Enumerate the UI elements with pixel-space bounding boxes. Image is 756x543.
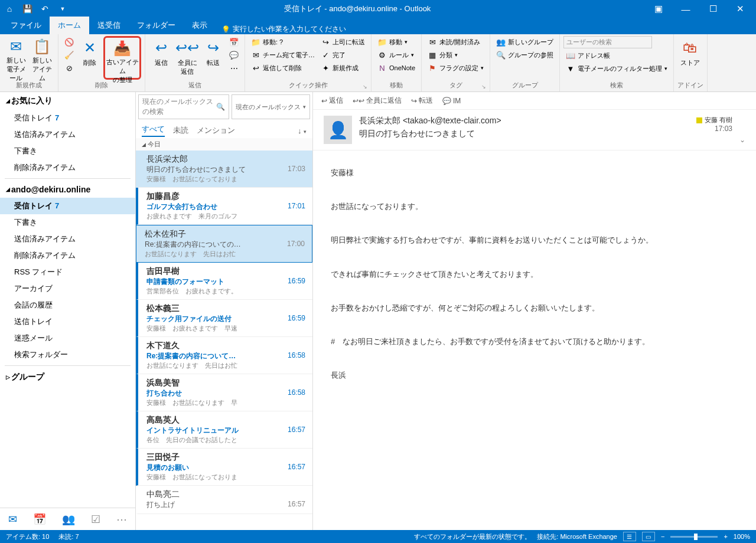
search-scope-dropdown[interactable]: 現在のメールボックス▾ [232, 94, 310, 119]
zoom-out-button[interactable]: − [661, 533, 664, 540]
group-today[interactable]: ◢ 今日 [136, 138, 312, 151]
search-input[interactable]: 現在のメールボックス の検索🔍 [138, 94, 229, 119]
groups-header[interactable]: ▷グループ [0, 368, 135, 386]
action-forward[interactable]: ↪転送 [411, 96, 433, 106]
browse-groups-button[interactable]: 🔍グループの参照 [494, 49, 556, 61]
reply-button[interactable]: ↩返信 [149, 36, 174, 80]
more-icon[interactable]: ⋯ [116, 513, 127, 526]
sort-button[interactable]: ↓ ▾ [298, 126, 307, 135]
tasks-icon[interactable]: ☑ [91, 513, 100, 526]
new-group-button[interactable]: 👥新しいグループ [494, 36, 556, 48]
message-item[interactable]: 松本義三チェック用ファイルの送付安藤様 お疲れさまです 早速16:59 [136, 300, 312, 337]
folder-icon: 📁 [251, 37, 260, 47]
more-reply-button[interactable]: ⋯ [227, 62, 241, 74]
category-button[interactable]: ▦分類▾ [425, 49, 486, 61]
action-im[interactable]: 💬IM [442, 96, 461, 106]
nav-item[interactable]: 送信済みアイテム [0, 231, 135, 247]
delete-button[interactable]: ✕削除 [77, 36, 102, 80]
nav-item[interactable]: 受信トレイ7 [0, 110, 135, 126]
nav-item[interactable]: 削除済みアイテム [0, 247, 135, 264]
quick-team-button[interactable]: ✉チーム宛て電子… [249, 49, 317, 61]
view-normal-icon[interactable]: ☰ [623, 532, 636, 541]
action-reply[interactable]: ↩返信 [321, 96, 343, 106]
zoom-in-button[interactable]: + [724, 533, 727, 540]
tab-send-receive[interactable]: 送受信 [89, 17, 129, 34]
rules-button[interactable]: ⚙ルール▾ [375, 49, 418, 61]
nav-item[interactable]: 送信済みアイテム [0, 126, 135, 143]
new-email-button[interactable]: ✉新しい 電子メール [4, 36, 28, 80]
tab-folder[interactable]: フォルダー [129, 17, 184, 34]
close-button[interactable]: ✕ [726, 0, 754, 18]
favorites-header[interactable]: ◢お気に入り [0, 92, 135, 110]
action-reply-all[interactable]: ↩↩全員に返信 [353, 96, 402, 106]
nav-item[interactable]: 下書き [0, 143, 135, 159]
qat-undo-icon[interactable]: ↶ [38, 2, 52, 16]
tab-file[interactable]: ファイル [2, 17, 50, 34]
tab-home[interactable]: ホーム [50, 17, 89, 34]
people-icon[interactable]: 👥 [62, 513, 75, 526]
expand-header-icon[interactable]: ⌄ [739, 136, 745, 144]
meeting-button[interactable]: 📅 [227, 36, 241, 48]
nav-item[interactable]: RSS フィード [0, 264, 135, 280]
zoom-slider[interactable] [670, 536, 718, 538]
expand-icon[interactable]: ↘ [481, 84, 486, 90]
onenote-button[interactable]: NOneNote [375, 62, 418, 74]
junk-button[interactable]: ⊘ [62, 62, 76, 74]
message-item[interactable]: 木下道久Re:提案書の内容について…お世話になります 先日はお忙16:58 [136, 337, 312, 374]
reply-all-button[interactable]: ↩↩全員に 返信 [175, 36, 200, 80]
quick-boss-button[interactable]: ↪上司に転送 [318, 36, 367, 48]
cleanup-button[interactable]: 🧹 [62, 49, 76, 61]
filter-mention[interactable]: メンション [197, 125, 235, 136]
forward-button[interactable]: ↪転送 [201, 36, 226, 80]
message-item[interactable]: 高島英人イントラサイトリニューアル各位 先日の会議でお話したと16:57 [136, 411, 312, 449]
nav-item[interactable]: アーカイブ [0, 280, 135, 297]
nav-item[interactable]: 検索フォルダー [0, 346, 135, 363]
nav-item[interactable]: 受信トレイ7 [0, 198, 135, 214]
tab-view[interactable]: 表示 [184, 17, 216, 34]
quick-reply-delete-button[interactable]: ↩返信して削除 [249, 62, 317, 74]
message-item[interactable]: 長浜栄太郎明日の打ち合わせにつきまして安藤様 お世話になっておりま17:03 [136, 151, 312, 188]
expand-icon[interactable]: ↘ [363, 84, 367, 90]
unread-button[interactable]: ✉未読/開封済み [425, 36, 486, 48]
mail-icon[interactable]: ✉ [8, 513, 17, 526]
app-icon[interactable]: ⌂ [2, 2, 17, 16]
people-search-input[interactable]: ユーザーの検索 [563, 36, 652, 48]
nav-item[interactable]: 会話の履歴 [0, 297, 135, 313]
ribbon-options-icon[interactable]: ▣ [645, 0, 672, 18]
archive-button[interactable]: 📥古いアイテム の整理 [103, 36, 141, 80]
qat-save-icon[interactable]: 💾 [20, 2, 34, 16]
address-book-button[interactable]: 📖アドレス帳 [563, 50, 670, 61]
account-header[interactable]: ◢ando@dekiru.online [0, 181, 135, 198]
sender-avatar: 👤 [324, 116, 352, 144]
store-button[interactable]: 🛍ストア [677, 36, 702, 80]
message-item[interactable]: 浜島美智打ち合わせ安藤様 お世話になります 早16:58 [136, 374, 312, 411]
quick-done-button[interactable]: ✓完了 [318, 49, 367, 61]
maximize-button[interactable]: ☐ [699, 0, 726, 18]
nav-item[interactable]: 削除済みアイテム [0, 159, 135, 176]
reading-category[interactable]: 安藤 有樹 [696, 116, 732, 125]
flag-button[interactable]: ⚑フラグの設定▾ [425, 62, 486, 74]
qat-customize-icon[interactable]: ▼ [56, 2, 70, 16]
message-item[interactable]: 三田悦子見積のお願い安藤様 お世話になっておりま16:57 [136, 449, 312, 486]
filter-unread[interactable]: 未読 [173, 125, 188, 136]
message-item[interactable]: 加藤昌彦ゴルフ大会打ち合わせお疲れさまです 来月のゴルフ17:01 [136, 188, 312, 225]
message-item[interactable]: 中島亮二打ち上げ16:57 [136, 486, 312, 514]
nav-item[interactable]: 下書き [0, 214, 135, 231]
filter-all[interactable]: すべて [142, 124, 165, 137]
message-item[interactable]: 吉田早樹申請書類のフォーマット営業部各位 お疲れさまです。16:59 [136, 263, 312, 300]
filter-email-button[interactable]: ▼電子メールのフィルター処理▾ [563, 63, 670, 74]
im-button[interactable]: 💬 [227, 49, 241, 61]
quick-new-button[interactable]: ✦新規作成 [318, 62, 367, 74]
view-reading-icon[interactable]: ▭ [642, 532, 655, 541]
message-item[interactable]: 松木佐和子Re:提案書の内容についての…お世話になります 先日はお忙17:00 [136, 225, 312, 263]
book-icon: 📖 [566, 51, 575, 60]
nav-item[interactable]: 迷惑メール [0, 330, 135, 346]
quick-move-button[interactable]: 📁移動: ? [249, 36, 317, 48]
minimize-button[interactable]: — [672, 0, 699, 18]
ignore-button[interactable]: 🚫 [62, 36, 76, 48]
nav-item[interactable]: 送信トレイ [0, 313, 135, 330]
new-items-button[interactable]: 📋新しい アイテム [30, 36, 54, 80]
tell-me-search[interactable]: 💡 実行したい作業を入力してください [221, 24, 346, 34]
move-button[interactable]: 📁移動▾ [375, 36, 418, 48]
calendar-icon[interactable]: 📅 [33, 513, 46, 526]
